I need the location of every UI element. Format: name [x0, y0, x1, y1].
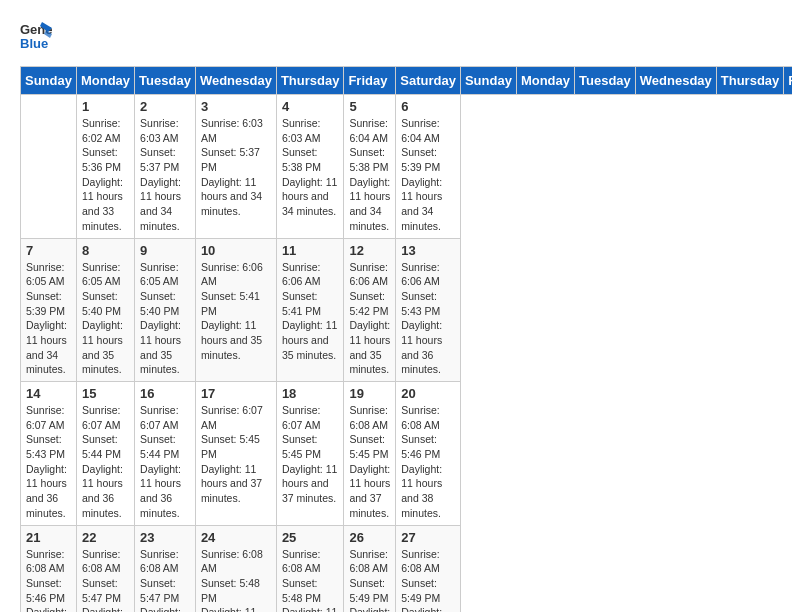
- day-number: 5: [349, 99, 390, 114]
- calendar-cell: 20Sunrise: 6:08 AMSunset: 5:46 PMDayligh…: [396, 382, 461, 526]
- day-number: 1: [82, 99, 129, 114]
- calendar-cell: 16Sunrise: 6:07 AMSunset: 5:44 PMDayligh…: [135, 382, 196, 526]
- column-header-sunday: Sunday: [460, 67, 516, 95]
- day-info: Sunrise: 6:08 AMSunset: 5:46 PMDaylight:…: [401, 403, 455, 521]
- day-info: Sunrise: 6:08 AMSunset: 5:47 PMDaylight:…: [140, 547, 190, 613]
- logo-icon: General Blue: [20, 20, 52, 56]
- calendar-cell: 24Sunrise: 6:08 AMSunset: 5:48 PMDayligh…: [195, 525, 276, 612]
- calendar-cell: 11Sunrise: 6:06 AMSunset: 5:41 PMDayligh…: [276, 238, 344, 382]
- day-info: Sunrise: 6:07 AMSunset: 5:44 PMDaylight:…: [82, 403, 129, 521]
- day-info: Sunrise: 6:08 AMSunset: 5:48 PMDaylight:…: [201, 547, 271, 613]
- column-header-wednesday: Wednesday: [195, 67, 276, 95]
- calendar-cell: 1Sunrise: 6:02 AMSunset: 5:36 PMDaylight…: [76, 95, 134, 239]
- calendar-cell: 10Sunrise: 6:06 AMSunset: 5:41 PMDayligh…: [195, 238, 276, 382]
- calendar-cell: 17Sunrise: 6:07 AMSunset: 5:45 PMDayligh…: [195, 382, 276, 526]
- calendar-cell: 6Sunrise: 6:04 AMSunset: 5:39 PMDaylight…: [396, 95, 461, 239]
- day-number: 14: [26, 386, 71, 401]
- day-number: 18: [282, 386, 339, 401]
- calendar-cell: 2Sunrise: 6:03 AMSunset: 5:37 PMDaylight…: [135, 95, 196, 239]
- day-number: 13: [401, 243, 455, 258]
- day-info: Sunrise: 6:08 AMSunset: 5:49 PMDaylight:…: [401, 547, 455, 613]
- day-number: 23: [140, 530, 190, 545]
- day-number: 4: [282, 99, 339, 114]
- calendar-cell: 3Sunrise: 6:03 AMSunset: 5:37 PMDaylight…: [195, 95, 276, 239]
- calendar-cell: 21Sunrise: 6:08 AMSunset: 5:46 PMDayligh…: [21, 525, 77, 612]
- calendar-week-4: 21Sunrise: 6:08 AMSunset: 5:46 PMDayligh…: [21, 525, 793, 612]
- column-header-friday: Friday: [784, 67, 792, 95]
- calendar-cell: 13Sunrise: 6:06 AMSunset: 5:43 PMDayligh…: [396, 238, 461, 382]
- day-info: Sunrise: 6:06 AMSunset: 5:43 PMDaylight:…: [401, 260, 455, 378]
- day-number: 21: [26, 530, 71, 545]
- day-number: 6: [401, 99, 455, 114]
- calendar-cell: 14Sunrise: 6:07 AMSunset: 5:43 PMDayligh…: [21, 382, 77, 526]
- calendar-cell: 5Sunrise: 6:04 AMSunset: 5:38 PMDaylight…: [344, 95, 396, 239]
- day-number: 2: [140, 99, 190, 114]
- day-number: 24: [201, 530, 271, 545]
- column-header-monday: Monday: [76, 67, 134, 95]
- calendar-cell: 19Sunrise: 6:08 AMSunset: 5:45 PMDayligh…: [344, 382, 396, 526]
- day-number: 3: [201, 99, 271, 114]
- calendar-cell: 23Sunrise: 6:08 AMSunset: 5:47 PMDayligh…: [135, 525, 196, 612]
- calendar-cell: 26Sunrise: 6:08 AMSunset: 5:49 PMDayligh…: [344, 525, 396, 612]
- calendar-cell: 9Sunrise: 6:05 AMSunset: 5:40 PMDaylight…: [135, 238, 196, 382]
- column-header-tuesday: Tuesday: [575, 67, 636, 95]
- column-header-thursday: Thursday: [716, 67, 784, 95]
- calendar-week-2: 7Sunrise: 6:05 AMSunset: 5:39 PMDaylight…: [21, 238, 793, 382]
- day-info: Sunrise: 6:07 AMSunset: 5:43 PMDaylight:…: [26, 403, 71, 521]
- column-header-friday: Friday: [344, 67, 396, 95]
- day-info: Sunrise: 6:07 AMSunset: 5:44 PMDaylight:…: [140, 403, 190, 521]
- calendar-week-1: 1Sunrise: 6:02 AMSunset: 5:36 PMDaylight…: [21, 95, 793, 239]
- day-info: Sunrise: 6:08 AMSunset: 5:48 PMDaylight:…: [282, 547, 339, 613]
- day-info: Sunrise: 6:06 AMSunset: 5:41 PMDaylight:…: [201, 260, 271, 363]
- day-info: Sunrise: 6:08 AMSunset: 5:46 PMDaylight:…: [26, 547, 71, 613]
- day-info: Sunrise: 6:04 AMSunset: 5:39 PMDaylight:…: [401, 116, 455, 234]
- day-info: Sunrise: 6:03 AMSunset: 5:37 PMDaylight:…: [140, 116, 190, 234]
- column-header-wednesday: Wednesday: [635, 67, 716, 95]
- day-number: 19: [349, 386, 390, 401]
- calendar-table: SundayMondayTuesdayWednesdayThursdayFrid…: [20, 66, 792, 612]
- day-number: 7: [26, 243, 71, 258]
- calendar-cell: [21, 95, 77, 239]
- day-info: Sunrise: 6:05 AMSunset: 5:40 PMDaylight:…: [82, 260, 129, 378]
- column-header-monday: Monday: [516, 67, 574, 95]
- day-number: 17: [201, 386, 271, 401]
- logo: General Blue: [20, 20, 52, 56]
- day-info: Sunrise: 6:07 AMSunset: 5:45 PMDaylight:…: [282, 403, 339, 506]
- day-info: Sunrise: 6:06 AMSunset: 5:42 PMDaylight:…: [349, 260, 390, 378]
- column-header-tuesday: Tuesday: [135, 67, 196, 95]
- day-info: Sunrise: 6:07 AMSunset: 5:45 PMDaylight:…: [201, 403, 271, 506]
- day-number: 16: [140, 386, 190, 401]
- calendar-cell: 7Sunrise: 6:05 AMSunset: 5:39 PMDaylight…: [21, 238, 77, 382]
- day-info: Sunrise: 6:04 AMSunset: 5:38 PMDaylight:…: [349, 116, 390, 234]
- calendar-cell: 15Sunrise: 6:07 AMSunset: 5:44 PMDayligh…: [76, 382, 134, 526]
- column-header-thursday: Thursday: [276, 67, 344, 95]
- calendar-cell: 22Sunrise: 6:08 AMSunset: 5:47 PMDayligh…: [76, 525, 134, 612]
- day-info: Sunrise: 6:05 AMSunset: 5:40 PMDaylight:…: [140, 260, 190, 378]
- day-info: Sunrise: 6:05 AMSunset: 5:39 PMDaylight:…: [26, 260, 71, 378]
- svg-text:Blue: Blue: [20, 36, 48, 51]
- column-header-saturday: Saturday: [396, 67, 461, 95]
- column-header-sunday: Sunday: [21, 67, 77, 95]
- calendar-header-row: SundayMondayTuesdayWednesdayThursdayFrid…: [21, 67, 793, 95]
- calendar-week-3: 14Sunrise: 6:07 AMSunset: 5:43 PMDayligh…: [21, 382, 793, 526]
- day-number: 12: [349, 243, 390, 258]
- day-info: Sunrise: 6:08 AMSunset: 5:45 PMDaylight:…: [349, 403, 390, 521]
- day-number: 9: [140, 243, 190, 258]
- day-number: 27: [401, 530, 455, 545]
- calendar-cell: 25Sunrise: 6:08 AMSunset: 5:48 PMDayligh…: [276, 525, 344, 612]
- page-header: General Blue: [20, 20, 772, 56]
- day-number: 11: [282, 243, 339, 258]
- calendar-cell: 27Sunrise: 6:08 AMSunset: 5:49 PMDayligh…: [396, 525, 461, 612]
- day-info: Sunrise: 6:02 AMSunset: 5:36 PMDaylight:…: [82, 116, 129, 234]
- day-number: 22: [82, 530, 129, 545]
- day-number: 25: [282, 530, 339, 545]
- day-number: 26: [349, 530, 390, 545]
- day-info: Sunrise: 6:03 AMSunset: 5:38 PMDaylight:…: [282, 116, 339, 219]
- calendar-cell: 18Sunrise: 6:07 AMSunset: 5:45 PMDayligh…: [276, 382, 344, 526]
- calendar-cell: 4Sunrise: 6:03 AMSunset: 5:38 PMDaylight…: [276, 95, 344, 239]
- day-number: 15: [82, 386, 129, 401]
- calendar-cell: 8Sunrise: 6:05 AMSunset: 5:40 PMDaylight…: [76, 238, 134, 382]
- day-number: 8: [82, 243, 129, 258]
- day-number: 10: [201, 243, 271, 258]
- day-info: Sunrise: 6:08 AMSunset: 5:47 PMDaylight:…: [82, 547, 129, 613]
